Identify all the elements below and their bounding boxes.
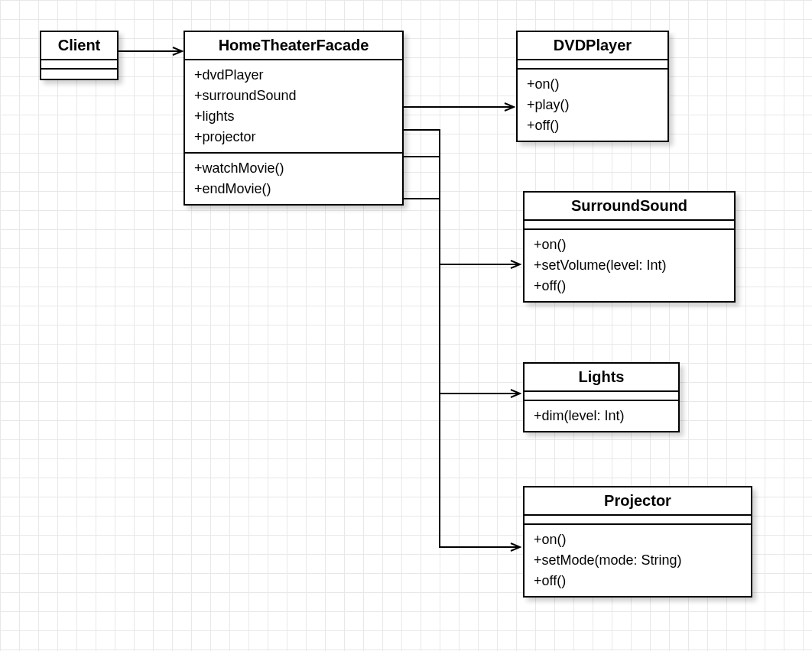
class-lights[interactable]: Lights +dim(level: Int) bbox=[523, 362, 680, 432]
class-client-attrs bbox=[41, 60, 117, 70]
class-dvd-attrs bbox=[518, 60, 667, 70]
arrow-facade-to-surround bbox=[404, 130, 520, 264]
class-projector-attrs bbox=[525, 516, 751, 525]
class-surround-attrs bbox=[525, 221, 734, 230]
method-row: +setVolume(level: Int) bbox=[534, 255, 725, 276]
method-row: +off() bbox=[527, 115, 658, 136]
arrow-facade-to-lights bbox=[404, 157, 520, 394]
class-facade-methods: +watchMovie() +endMovie() bbox=[185, 154, 402, 204]
method-row: +off() bbox=[534, 276, 725, 296]
method-row: +on() bbox=[534, 235, 725, 255]
class-surround[interactable]: SurroundSound +on() +setVolume(level: In… bbox=[523, 191, 736, 303]
attr-row: +lights bbox=[194, 106, 393, 127]
class-surround-methods: +on() +setVolume(level: Int) +off() bbox=[525, 230, 734, 301]
class-facade-attrs: +dvdPlayer +surroundSound +lights +proje… bbox=[185, 60, 402, 154]
class-lights-attrs bbox=[525, 392, 678, 401]
class-projector-methods: +on() +setMode(mode: String) +off() bbox=[525, 525, 751, 596]
class-lights-title: Lights bbox=[525, 364, 678, 392]
method-row: +dim(level: Int) bbox=[534, 406, 669, 426]
attr-row: +projector bbox=[194, 127, 393, 147]
class-dvd[interactable]: DVDPlayer +on() +play() +off() bbox=[516, 31, 669, 142]
class-dvd-title: DVDPlayer bbox=[518, 32, 667, 60]
method-row: +on() bbox=[534, 530, 742, 550]
method-row: +endMovie() bbox=[194, 179, 393, 199]
class-lights-methods: +dim(level: Int) bbox=[525, 401, 678, 431]
class-dvd-methods: +on() +play() +off() bbox=[518, 70, 667, 141]
class-facade-title: HomeTheaterFacade bbox=[185, 32, 402, 60]
class-projector[interactable]: Projector +on() +setMode(mode: String) +… bbox=[523, 486, 752, 598]
attr-row: +dvdPlayer bbox=[194, 65, 393, 86]
arrow-facade-to-projector bbox=[404, 199, 520, 547]
class-projector-title: Projector bbox=[525, 487, 751, 516]
attr-row: +surroundSound bbox=[194, 86, 393, 106]
class-facade[interactable]: HomeTheaterFacade +dvdPlayer +surroundSo… bbox=[184, 31, 404, 206]
method-row: +setMode(mode: String) bbox=[534, 550, 742, 571]
class-client-methods bbox=[41, 70, 117, 79]
class-client-title: Client bbox=[41, 32, 117, 60]
method-row: +on() bbox=[527, 74, 658, 95]
class-client[interactable]: Client bbox=[40, 31, 119, 80]
class-surround-title: SurroundSound bbox=[525, 193, 734, 221]
method-row: +watchMovie() bbox=[194, 158, 393, 179]
method-row: +play() bbox=[527, 95, 658, 115]
method-row: +off() bbox=[534, 571, 742, 591]
